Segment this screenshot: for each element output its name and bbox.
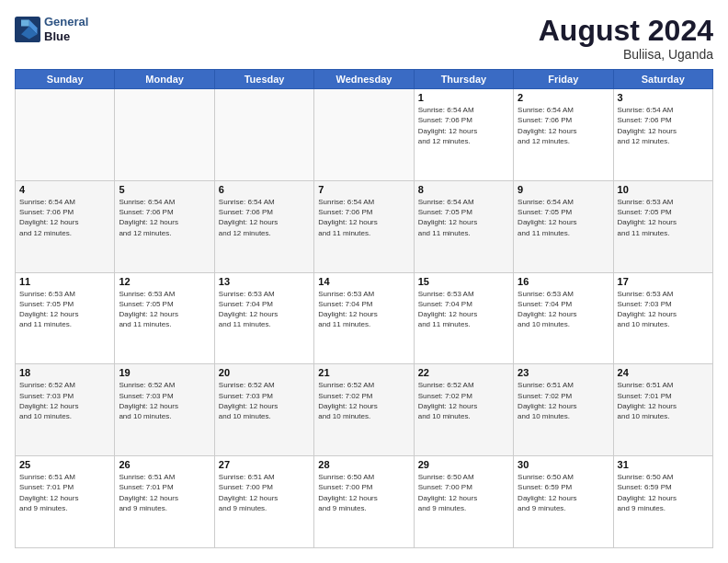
day-info: Sunrise: 6:54 AMSunset: 7:06 PMDaylight:… [618,105,709,146]
calendar-cell: 1Sunrise: 6:54 AMSunset: 7:06 PMDaylight… [414,89,513,181]
calendar-table: SundayMondayTuesdayWednesdayThursdayFrid… [15,69,713,548]
day-info: Sunrise: 6:53 AMSunset: 7:04 PMDaylight:… [318,289,409,330]
day-number: 20 [219,367,310,378]
calendar-cell: 3Sunrise: 6:54 AMSunset: 7:06 PMDaylight… [613,89,712,181]
day-info: Sunrise: 6:51 AMSunset: 7:02 PMDaylight:… [518,380,609,421]
day-number: 22 [418,367,509,378]
day-number: 27 [219,459,310,470]
day-number: 11 [19,276,110,287]
calendar-cell: 26Sunrise: 6:51 AMSunset: 7:01 PMDayligh… [115,456,214,548]
calendar-header-monday: Monday [115,70,214,89]
calendar-cell: 7Sunrise: 6:54 AMSunset: 7:06 PMDaylight… [314,180,414,272]
day-number: 30 [518,459,609,470]
day-number: 15 [418,276,509,287]
day-info: Sunrise: 6:50 AMSunset: 7:00 PMDaylight:… [318,472,409,513]
day-number: 31 [618,459,709,470]
day-info: Sunrise: 6:50 AMSunset: 6:59 PMDaylight:… [518,472,609,513]
day-info: Sunrise: 6:54 AMSunset: 7:06 PMDaylight:… [219,197,310,238]
day-info: Sunrise: 6:54 AMSunset: 7:06 PMDaylight:… [418,105,509,146]
calendar-cell: 25Sunrise: 6:51 AMSunset: 7:01 PMDayligh… [16,456,115,548]
calendar-cell: 21Sunrise: 6:52 AMSunset: 7:02 PMDayligh… [314,364,414,456]
day-number: 21 [318,367,409,378]
calendar-header-thursday: Thursday [414,70,513,89]
calendar-week-5: 25Sunrise: 6:51 AMSunset: 7:01 PMDayligh… [16,456,713,548]
calendar-header-sunday: Sunday [16,70,115,89]
calendar-cell: 2Sunrise: 6:54 AMSunset: 7:06 PMDaylight… [514,89,613,181]
logo: General Blue [15,15,88,43]
day-info: Sunrise: 6:53 AMSunset: 7:04 PMDaylight:… [518,289,609,330]
day-info: Sunrise: 6:54 AMSunset: 7:06 PMDaylight:… [318,197,409,238]
calendar-cell: 13Sunrise: 6:53 AMSunset: 7:04 PMDayligh… [214,272,313,364]
logo-text: General Blue [44,15,88,43]
calendar-cell: 15Sunrise: 6:53 AMSunset: 7:04 PMDayligh… [414,272,513,364]
calendar-header-friday: Friday [514,70,613,89]
header: General Blue August 2024 Buliisa, Uganda [15,15,713,62]
calendar-header-saturday: Saturday [613,70,712,89]
day-number: 9 [518,184,609,195]
calendar-cell: 11Sunrise: 6:53 AMSunset: 7:05 PMDayligh… [16,272,115,364]
day-number: 24 [618,367,709,378]
calendar-cell: 22Sunrise: 6:52 AMSunset: 7:02 PMDayligh… [414,364,513,456]
day-number: 19 [119,367,210,378]
day-number: 13 [219,276,310,287]
calendar-cell: 31Sunrise: 6:50 AMSunset: 6:59 PMDayligh… [613,456,712,548]
calendar-week-4: 18Sunrise: 6:52 AMSunset: 7:03 PMDayligh… [16,364,713,456]
calendar-cell [16,89,115,181]
day-number: 29 [418,459,509,470]
day-info: Sunrise: 6:50 AMSunset: 7:00 PMDaylight:… [418,472,509,513]
subtitle: Buliisa, Uganda [539,47,713,62]
day-number: 16 [518,276,609,287]
day-info: Sunrise: 6:52 AMSunset: 7:03 PMDaylight:… [219,380,310,421]
calendar-cell: 23Sunrise: 6:51 AMSunset: 7:02 PMDayligh… [514,364,613,456]
svg-marker-3 [21,19,29,26]
logo-general: General [44,15,88,29]
calendar-header-row: SundayMondayTuesdayWednesdayThursdayFrid… [16,70,713,89]
logo-icon [15,17,40,42]
calendar-cell: 14Sunrise: 6:53 AMSunset: 7:04 PMDayligh… [314,272,414,364]
calendar-week-1: 1Sunrise: 6:54 AMSunset: 7:06 PMDaylight… [16,89,713,181]
day-number: 4 [19,184,110,195]
day-info: Sunrise: 6:51 AMSunset: 7:01 PMDaylight:… [19,472,110,513]
calendar-cell: 20Sunrise: 6:52 AMSunset: 7:03 PMDayligh… [214,364,313,456]
day-info: Sunrise: 6:54 AMSunset: 7:06 PMDaylight:… [518,105,609,146]
day-info: Sunrise: 6:53 AMSunset: 7:05 PMDaylight:… [618,197,709,238]
day-info: Sunrise: 6:54 AMSunset: 7:05 PMDaylight:… [418,197,509,238]
day-info: Sunrise: 6:52 AMSunset: 7:02 PMDaylight:… [418,380,509,421]
calendar-cell: 28Sunrise: 6:50 AMSunset: 7:00 PMDayligh… [314,456,414,548]
calendar-cell: 19Sunrise: 6:52 AMSunset: 7:03 PMDayligh… [115,364,214,456]
day-number: 17 [618,276,709,287]
title-block: August 2024 Buliisa, Uganda [539,15,713,62]
calendar-cell: 4Sunrise: 6:54 AMSunset: 7:06 PMDaylight… [16,180,115,272]
day-number: 3 [618,92,709,103]
day-number: 26 [119,459,210,470]
calendar-header-wednesday: Wednesday [314,70,414,89]
day-number: 1 [418,92,509,103]
calendar-cell: 5Sunrise: 6:54 AMSunset: 7:06 PMDaylight… [115,180,214,272]
day-number: 7 [318,184,409,195]
day-number: 8 [418,184,509,195]
calendar-cell: 18Sunrise: 6:52 AMSunset: 7:03 PMDayligh… [16,364,115,456]
logo-blue: Blue [44,29,88,44]
calendar-cell: 27Sunrise: 6:51 AMSunset: 7:00 PMDayligh… [214,456,313,548]
calendar-cell: 24Sunrise: 6:51 AMSunset: 7:01 PMDayligh… [613,364,712,456]
day-info: Sunrise: 6:53 AMSunset: 7:04 PMDaylight:… [418,289,509,330]
calendar-cell: 16Sunrise: 6:53 AMSunset: 7:04 PMDayligh… [514,272,613,364]
day-number: 23 [518,367,609,378]
calendar-cell: 6Sunrise: 6:54 AMSunset: 7:06 PMDaylight… [214,180,313,272]
day-info: Sunrise: 6:51 AMSunset: 7:01 PMDaylight:… [119,472,210,513]
day-info: Sunrise: 6:52 AMSunset: 7:03 PMDaylight:… [19,380,110,421]
calendar-header-tuesday: Tuesday [214,70,313,89]
calendar-week-3: 11Sunrise: 6:53 AMSunset: 7:05 PMDayligh… [16,272,713,364]
day-number: 10 [618,184,709,195]
page: General Blue August 2024 Buliisa, Uganda… [0,0,728,563]
day-info: Sunrise: 6:53 AMSunset: 7:03 PMDaylight:… [618,289,709,330]
calendar-cell: 29Sunrise: 6:50 AMSunset: 7:00 PMDayligh… [414,456,513,548]
day-info: Sunrise: 6:54 AMSunset: 7:06 PMDaylight:… [119,197,210,238]
calendar-cell: 10Sunrise: 6:53 AMSunset: 7:05 PMDayligh… [613,180,712,272]
day-info: Sunrise: 6:51 AMSunset: 7:01 PMDaylight:… [618,380,709,421]
day-info: Sunrise: 6:50 AMSunset: 6:59 PMDaylight:… [618,472,709,513]
day-info: Sunrise: 6:52 AMSunset: 7:02 PMDaylight:… [318,380,409,421]
main-title: August 2024 [539,15,713,47]
day-info: Sunrise: 6:54 AMSunset: 7:05 PMDaylight:… [518,197,609,238]
day-info: Sunrise: 6:51 AMSunset: 7:00 PMDaylight:… [219,472,310,513]
